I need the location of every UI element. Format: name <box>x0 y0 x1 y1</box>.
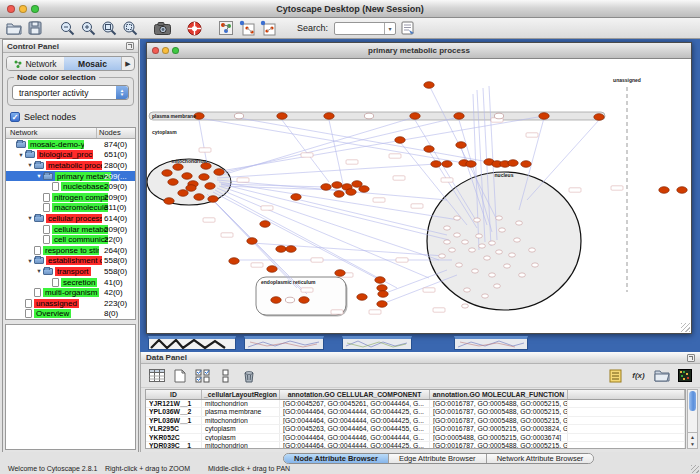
scrollbar-thumb[interactable] <box>689 391 696 411</box>
network-node[interactable] <box>164 198 174 205</box>
network-node[interactable] <box>271 297 281 304</box>
network-node[interactable] <box>594 114 604 121</box>
network-node[interactable] <box>462 240 469 244</box>
network-node[interactable] <box>519 273 526 277</box>
network-node[interactable] <box>173 164 183 171</box>
help-icon[interactable] <box>185 20 203 37</box>
tree-row[interactable]: Overview8(0) <box>6 309 135 320</box>
tab-overflow-arrow[interactable]: ▶ <box>121 57 134 70</box>
select-nodes-checkbox[interactable]: ✓ <box>10 112 20 122</box>
network-node[interactable] <box>489 273 496 277</box>
attribute-table-icon[interactable] <box>147 367 166 385</box>
tree-expander-icon[interactable]: ▼ <box>35 173 43 179</box>
network-node[interactable] <box>214 169 224 176</box>
attribute-list-icon[interactable] <box>606 367 625 385</box>
network-node[interactable] <box>186 185 196 192</box>
table-row[interactable]: YPL036W__1mitochondrion[GO:0044464, GO:0… <box>146 417 685 425</box>
network-node[interactable] <box>247 238 257 245</box>
network-canvas[interactable]: plasma membranecytoplasmmitochondrionnuc… <box>147 60 691 333</box>
delete-attribute-icon[interactable] <box>239 367 258 385</box>
network-node[interactable] <box>321 184 331 191</box>
tree-row[interactable]: nitrogen compo209(0) <box>6 192 135 203</box>
network-node[interactable] <box>357 294 367 301</box>
frame-resize-grip[interactable] <box>681 323 690 332</box>
zoom-selected-icon[interactable] <box>121 20 139 37</box>
table-row[interactable]: YJR121W__1mitochondrion[GO:0045267, GO:0… <box>146 400 685 408</box>
network-edge[interactable] <box>219 186 439 260</box>
table-column-header[interactable]: ID <box>146 390 202 399</box>
network-node[interactable] <box>229 258 239 265</box>
network-node[interactable] <box>364 113 373 119</box>
tree-expander-icon[interactable]: ▼ <box>26 162 34 168</box>
network-node[interactable] <box>182 173 192 180</box>
tree-row[interactable]: secretion41(0) <box>6 277 135 288</box>
network-node[interactable] <box>194 194 204 201</box>
search-config-icon[interactable] <box>399 20 417 37</box>
network-edge[interactable] <box>217 188 429 278</box>
function-builder-icon[interactable]: f(x) <box>629 367 648 385</box>
birdseye-view[interactable] <box>5 324 136 450</box>
tab-mosaic[interactable]: Mosaic <box>64 57 121 70</box>
table-row[interactable]: YPL036W__2plasma membrane[GO:0044464, GO… <box>146 408 685 416</box>
table-row[interactable]: YKR052Ccytoplasm[GO:0044464, GO:0044446,… <box>146 434 685 442</box>
network-edge[interactable] <box>239 118 489 162</box>
table-column-header[interactable]: annotation.GO CELLULAR_COMPONENT <box>280 390 430 399</box>
table-row[interactable]: YDR039C__1mitochondrion[GO:0044464, GO:0… <box>146 442 685 449</box>
network-node[interactable] <box>431 161 441 168</box>
network-node[interactable] <box>482 294 489 298</box>
network-node[interactable] <box>474 218 481 222</box>
table-row[interactable]: YLR295Ccytoplasm[GO:0045263, GO:0044464,… <box>146 425 685 433</box>
network-edge[interactable] <box>382 275 457 304</box>
network-node[interactable] <box>162 170 172 177</box>
vizmapper-icon[interactable] <box>217 20 235 37</box>
network-node[interactable] <box>205 183 215 190</box>
network-node[interactable] <box>444 226 451 230</box>
network-node[interactable] <box>476 234 483 238</box>
search-dropdown-icon[interactable]: ▾ <box>384 23 395 34</box>
window-resize-grip[interactable] <box>691 465 699 473</box>
network-node[interactable] <box>178 190 188 197</box>
network-node[interactable] <box>444 240 451 244</box>
network-edge[interactable] <box>527 120 599 200</box>
network-node[interactable] <box>462 304 469 308</box>
import-attributes-icon[interactable] <box>652 367 671 385</box>
tree-row[interactable]: ▼establishment of lo558(0) <box>6 256 135 267</box>
network-node[interactable] <box>276 246 286 253</box>
network-node[interactable] <box>532 263 539 267</box>
network-node[interactable] <box>479 244 486 248</box>
tree-column-network[interactable]: Network <box>6 128 97 138</box>
network-node[interactable] <box>469 248 476 252</box>
network-node[interactable] <box>499 228 506 232</box>
network-node[interactable] <box>291 194 301 201</box>
tree-row[interactable]: ▼biological_process651(0) <box>6 150 135 161</box>
network-node[interactable] <box>410 113 420 120</box>
network-node[interactable] <box>516 221 523 225</box>
tab-network[interactable]: Network <box>7 57 64 70</box>
annotation-2-icon[interactable] <box>259 20 277 37</box>
network-node[interactable] <box>504 264 511 268</box>
network-node[interactable] <box>234 113 243 119</box>
network-node[interactable] <box>449 248 456 252</box>
network-node[interactable] <box>260 221 270 228</box>
window-preview[interactable] <box>454 336 528 350</box>
tab-network-attribute-browser[interactable]: Network Attribute Browser <box>487 454 594 463</box>
tree-row[interactable]: cell communicat22(0) <box>6 234 135 245</box>
network-node[interactable] <box>659 187 669 194</box>
network-node[interactable] <box>677 187 687 194</box>
network-node[interactable] <box>378 291 388 298</box>
tree-expander-icon[interactable]: ▼ <box>26 215 34 221</box>
zoom-fit-icon[interactable] <box>100 20 118 37</box>
network-node[interactable] <box>454 216 461 220</box>
network-node[interactable] <box>324 113 334 120</box>
network-node[interactable] <box>489 241 496 245</box>
network-node[interactable] <box>199 174 209 181</box>
network-node[interactable] <box>277 113 287 120</box>
network-node[interactable] <box>375 277 385 284</box>
network-node[interactable] <box>521 161 531 168</box>
tree-row[interactable]: response to stimul264(0) <box>6 245 135 256</box>
matrix-icon[interactable] <box>675 367 694 385</box>
tree-expander-icon[interactable]: ▼ <box>35 268 43 274</box>
network-node[interactable] <box>285 297 294 303</box>
network-node[interactable] <box>496 250 503 254</box>
network-node[interactable] <box>334 191 344 198</box>
